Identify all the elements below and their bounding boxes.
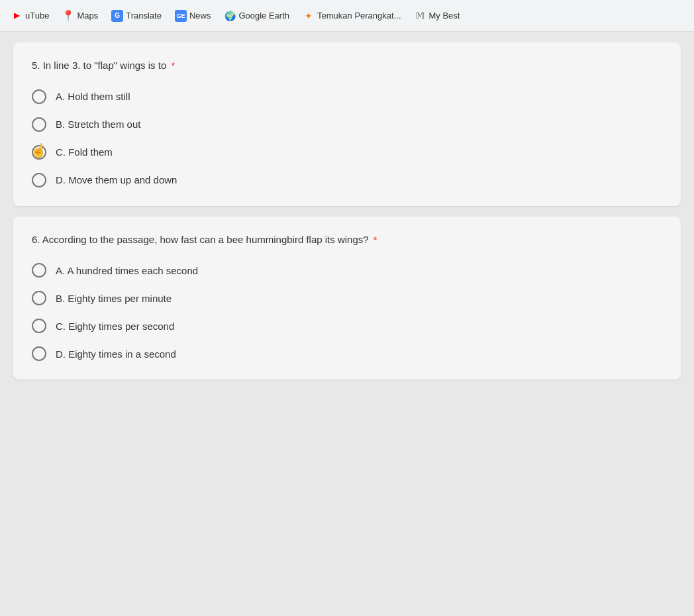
question-5-title: 5. In line 3. to "flap" wings is to * xyxy=(32,58,662,74)
toolbar-label-translate: Translate xyxy=(126,11,162,21)
question-6-text: According to the passage, how fast can a… xyxy=(42,234,372,245)
radio-q6c[interactable] xyxy=(32,319,46,333)
browser-toolbar: ▶ uTube 📍 Maps G Translate GE News 🌍 Goo… xyxy=(0,0,694,32)
news-icon: GE xyxy=(175,10,187,22)
toolbar-label-earth: Google Earth xyxy=(238,11,289,21)
option-q6b[interactable]: B. Eighty times per minute xyxy=(32,291,662,305)
toolbar-item-perangkat[interactable]: ✦ Temukan Perangkat... xyxy=(297,6,406,26)
question-6-title: 6. According to the passage, how fast ca… xyxy=(32,232,662,248)
toolbar-label-mybest: My Best xyxy=(429,11,460,21)
maps-icon: 📍 xyxy=(62,10,74,22)
toolbar-label-maps: Maps xyxy=(77,11,98,21)
option-q6a[interactable]: A. A hundred times each second xyxy=(32,263,662,278)
option-q6c[interactable]: C. Eighty times per second xyxy=(32,319,662,333)
option-label-q6b: B. Eighty times per minute xyxy=(56,293,172,304)
question-5-number: 5. xyxy=(32,60,40,71)
option-label-q5b: B. Stretch them out xyxy=(56,119,140,130)
toolbar-item-translate[interactable]: G Translate xyxy=(106,6,167,26)
radio-q6b[interactable] xyxy=(32,291,46,305)
perangkat-icon: ✦ xyxy=(303,10,315,22)
radio-q6d[interactable] xyxy=(32,346,46,361)
option-q6d[interactable]: D. Eighty times in a second xyxy=(32,346,662,361)
question-5-card: 5. In line 3. to "flap" wings is to * A.… xyxy=(13,42,681,206)
translate-icon: G xyxy=(111,10,123,22)
mybest-icon: 𝕄 xyxy=(415,10,426,22)
toolbar-item-youtube[interactable]: ▶ uTube xyxy=(5,6,54,26)
option-label-q6a: A. A hundred times each second xyxy=(56,265,198,276)
radio-q5b[interactable] xyxy=(32,117,46,132)
option-label-q5d: D. Move them up and down xyxy=(56,174,177,185)
option-label-q6d: D. Eighty times in a second xyxy=(56,348,176,360)
toolbar-label-perangkat: Temukan Perangkat... xyxy=(317,11,401,21)
question-6-number: 6. xyxy=(32,234,40,245)
question-5-required: * xyxy=(171,60,175,71)
question-6-required: * xyxy=(373,234,377,245)
toolbar-label-news: News xyxy=(189,11,211,21)
option-label-q5a: A. Hold them still xyxy=(56,91,130,102)
earth-icon: 🌍 xyxy=(224,10,236,22)
radio-q5a[interactable] xyxy=(32,89,46,104)
toolbar-item-mybest[interactable]: 𝕄 My Best xyxy=(409,6,466,26)
radio-q5d[interactable] xyxy=(32,173,46,187)
radio-q5c[interactable]: ☝ xyxy=(32,145,46,160)
toolbar-item-earth[interactable]: 🌍 Google Earth xyxy=(219,6,295,26)
main-content: 5. In line 3. to "flap" wings is to * A.… xyxy=(0,32,694,616)
toolbar-item-maps[interactable]: 📍 Maps xyxy=(57,6,103,26)
option-q5a[interactable]: A. Hold them still xyxy=(32,89,662,104)
toolbar-label-youtube: uTube xyxy=(25,11,49,21)
question-5-text: In line 3. to "flap" wings is to xyxy=(43,60,167,71)
option-q5b[interactable]: B. Stretch them out xyxy=(32,117,662,132)
option-label-q6c: C. Eighty times per second xyxy=(56,321,174,332)
radio-q6a[interactable] xyxy=(32,263,46,278)
youtube-icon: ▶ xyxy=(11,10,23,22)
option-q5c[interactable]: ☝ C. Fold them xyxy=(32,145,662,160)
option-q5d[interactable]: D. Move them up and down xyxy=(32,173,662,187)
question-6-card: 6. According to the passage, how fast ca… xyxy=(13,217,681,380)
cursor-icon: ☝ xyxy=(30,142,47,158)
option-label-q5c: C. Fold them xyxy=(56,146,113,158)
toolbar-item-news[interactable]: GE News xyxy=(170,6,217,26)
